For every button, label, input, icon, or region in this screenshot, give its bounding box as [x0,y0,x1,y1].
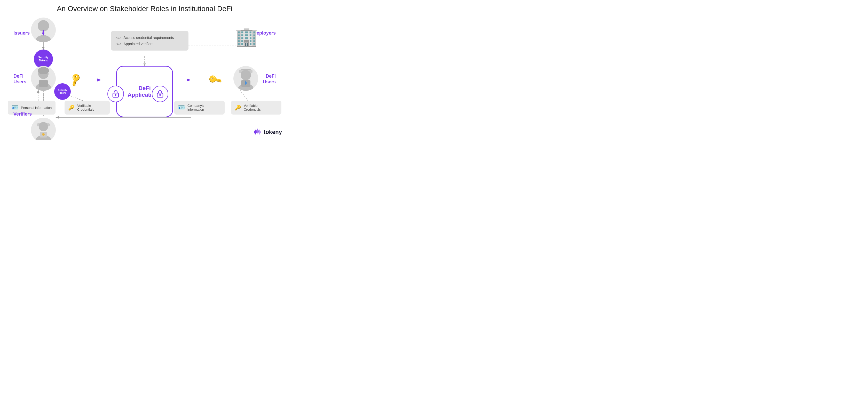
verifiable-creds-left-box: 🔑 Verifiable Credentials [65,101,110,115]
issuer-avatar [31,18,56,42]
tokeny-diamonds-icon [253,128,261,136]
svg-rect-29 [115,95,116,96]
building-icon: 🏢 [235,26,258,48]
defi-users-left-label: DeFiUsers [13,73,26,85]
company-info-box: 🪪 Company's information [174,101,225,115]
svg-point-35 [241,70,251,80]
verifiable-creds-right-box: 🔑 Verifiable Credentials [231,101,281,115]
tokeny-logo: tokeny [253,128,282,136]
defi-users-right-label: DeFiUsers [263,73,276,85]
key-left-icon: 🔑 [68,72,83,88]
svg-point-14 [36,35,51,42]
svg-point-18 [38,67,49,74]
lock-right-icon [152,86,168,102]
tokeny-text: tokeny [264,129,282,135]
security-tokens-issuer: Security Tokens [34,50,53,69]
code-box: </>Access credential requirements </>App… [111,31,188,51]
defi-user-left-avatar [31,66,56,91]
verifier-avatar [31,118,56,140]
svg-point-13 [38,20,49,31]
lock-left-icon [107,86,124,102]
diagram-container: An Overview on Stakeholder Roles in Inst… [0,0,289,140]
page-title: An Overview on Stakeholder Roles in Inst… [0,5,289,13]
svg-line-11 [240,90,248,101]
svg-rect-32 [160,95,161,96]
issuers-label: Issuers [13,30,30,36]
key-right-icon: 🔑 [207,72,223,88]
security-tokens-user-left: Security Tokens [54,83,71,100]
svg-point-26 [42,133,45,136]
svg-point-23 [39,122,48,131]
svg-rect-20 [39,80,48,87]
verifiers-label: Verifiers [13,111,32,117]
defi-user-right-avatar [234,66,258,91]
